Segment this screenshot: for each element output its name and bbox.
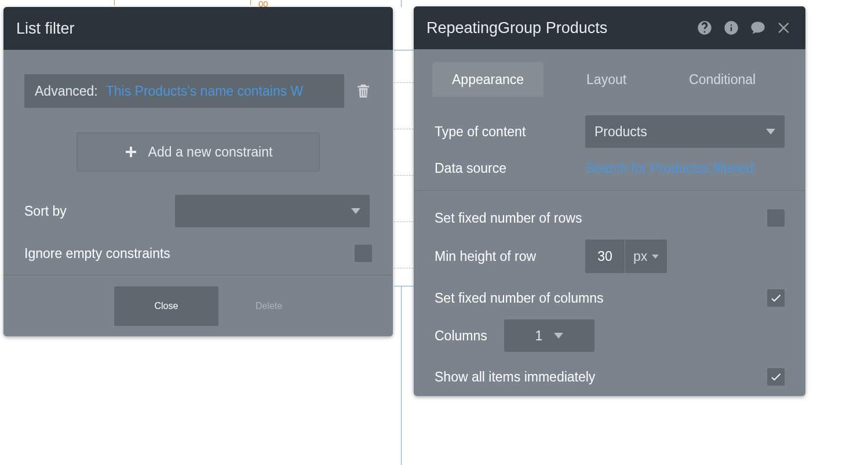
header-icons — [696, 20, 793, 36]
delete-button[interactable]: Delete — [256, 301, 282, 311]
dash-guide — [394, 268, 414, 268]
dash-guide — [394, 82, 414, 83]
data-source-expression[interactable]: Search for Productss:filtered — [585, 161, 753, 176]
property-body: Appearance Layout Conditional Type of co… — [414, 62, 805, 386]
ignore-checkbox[interactable] — [355, 245, 372, 262]
ignore-row: Ignore empty constraints — [24, 245, 372, 262]
data-source-row: Data source Search for Productss:filtere… — [435, 161, 785, 176]
tabs: Appearance Layout Conditional — [423, 62, 796, 97]
min-height-row: Min height of row 30 px — [435, 239, 785, 273]
comment-icon[interactable] — [750, 20, 766, 36]
dash-guide — [394, 129, 414, 129]
panel-header[interactable]: List filter — [3, 7, 393, 50]
chevron-down-icon — [554, 333, 563, 339]
list-filter-footer: Close Delete — [3, 275, 393, 336]
delete-label: Delete — [256, 301, 282, 311]
fixed-cols-label: Set fixed number of columns — [435, 290, 767, 306]
list-filter-body: Advanced: This Products's name contains … — [3, 74, 393, 262]
ruler-tick — [250, 0, 251, 5]
check-icon — [769, 292, 782, 304]
tab-label: Appearance — [452, 72, 524, 88]
check-icon — [769, 370, 782, 383]
property-editor-panel: RepeatingGroup Products Appearance Layou… — [414, 6, 805, 396]
type-of-content-label: Type of content — [435, 124, 585, 140]
chevron-down-icon — [351, 208, 360, 214]
fixed-rows-label: Set fixed number of rows — [435, 210, 767, 226]
ignore-label: Ignore empty constraints — [24, 246, 355, 261]
unit-label: px — [633, 249, 647, 264]
type-of-content-value: Products — [595, 124, 647, 140]
close-label: Close — [154, 301, 178, 311]
columns-row: Columns 1 — [435, 319, 785, 352]
fixed-rows-checkbox[interactable] — [767, 209, 785, 227]
type-of-content-row: Type of content Products — [435, 115, 785, 148]
close-button[interactable]: Close — [114, 286, 218, 326]
min-height-input[interactable]: 30 px — [585, 239, 667, 273]
panel-title: List filter — [16, 20, 75, 38]
constraint-value: This Products's name contains W — [106, 83, 304, 99]
constraint-row: Advanced: This Products's name contains … — [24, 74, 372, 108]
columns-label: Columns — [435, 328, 504, 344]
vertical-guide — [401, 286, 402, 465]
tab-conditional[interactable]: Conditional — [669, 62, 775, 97]
columns-select[interactable]: 1 — [504, 319, 595, 352]
min-height-label: Min height of row — [435, 249, 585, 264]
show-all-checkbox[interactable] — [767, 368, 785, 386]
min-height-unit-select[interactable]: px — [625, 239, 667, 273]
help-icon[interactable] — [696, 20, 713, 36]
add-constraint-label: Add a new constraint — [148, 144, 273, 160]
fixed-rows-row: Set fixed number of rows — [435, 209, 785, 227]
info-icon[interactable] — [723, 20, 739, 36]
ruler-tick — [114, 0, 115, 5]
show-all-row: Show all items immediately — [435, 368, 785, 386]
min-height-value: 30 — [585, 249, 625, 264]
type-of-content-select[interactable]: Products — [585, 115, 785, 148]
sort-by-label: Sort by — [24, 204, 175, 219]
add-constraint-button[interactable]: Add a new constraint — [76, 132, 320, 172]
dash-guide — [394, 221, 414, 222]
sort-by-select[interactable] — [175, 195, 370, 227]
panel-header[interactable]: RepeatingGroup Products — [414, 6, 805, 49]
edge-guide — [394, 50, 414, 50]
edge-guide — [394, 286, 414, 286]
vertical-guide — [401, 0, 402, 7]
chevron-down-icon — [652, 255, 659, 259]
columns-value: 1 — [535, 328, 543, 344]
element-title: RepeatingGroup Products — [426, 19, 607, 37]
list-filter-panel: List filter Advanced: This Products's na… — [3, 7, 393, 336]
tab-label: Layout — [586, 72, 626, 88]
close-icon[interactable] — [776, 20, 793, 36]
constraint-prefix: Advanced: — [35, 83, 98, 99]
show-all-label: Show all items immediately — [435, 369, 767, 385]
chevron-down-icon — [766, 129, 775, 135]
trash-icon[interactable] — [355, 82, 372, 100]
data-source-label: Data source — [435, 161, 585, 176]
fixed-cols-checkbox[interactable] — [767, 289, 785, 307]
sort-by-row: Sort by — [24, 195, 372, 227]
plus-icon — [124, 145, 138, 159]
dash-guide — [394, 175, 414, 176]
tab-layout[interactable]: Layout — [567, 62, 646, 97]
constraint-expression[interactable]: Advanced: This Products's name contains … — [24, 74, 344, 108]
tab-label: Conditional — [689, 72, 756, 88]
tab-appearance[interactable]: Appearance — [432, 62, 544, 97]
fixed-cols-row: Set fixed number of columns — [435, 289, 785, 307]
